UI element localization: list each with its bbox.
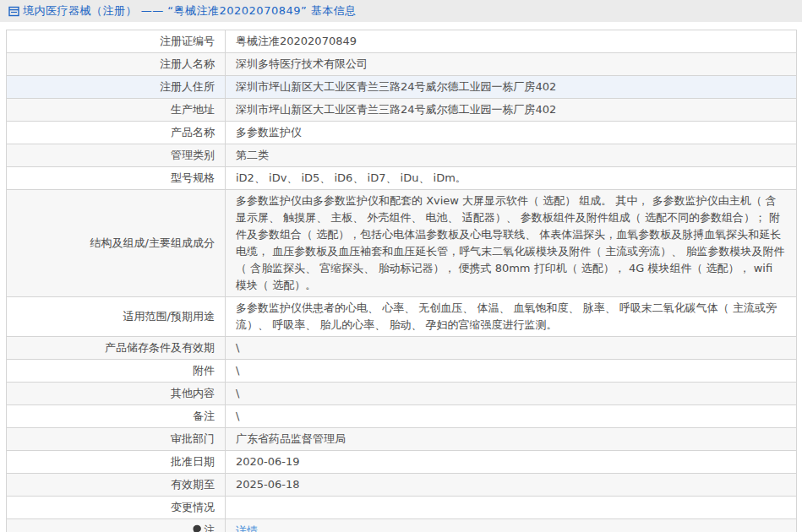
row-label: 变更情况 <box>7 497 226 519</box>
row-value-text: 第二类 <box>236 149 269 161</box>
table-row: 变更情况 <box>7 497 797 519</box>
row-label-text: 型号规格 <box>171 171 215 184</box>
row-label: 注 <box>7 519 226 532</box>
row-label: 有效期至 <box>7 474 226 497</box>
row-value: 深圳市坪山新区大工业区青兰三路24号威尔德工业园一栋厂房402 <box>226 99 797 122</box>
row-label: 审批部门 <box>7 428 226 451</box>
row-value-text: 广东省药品监督管理局 <box>236 432 346 445</box>
row-value: 深圳市坪山新区大工业区青兰三路24号威尔德工业园一栋厂房402 <box>226 76 797 99</box>
row-value-text: 2025-06-18 <box>236 478 300 491</box>
row-label: 注册人名称 <box>7 53 226 76</box>
row-value-text: \ <box>236 341 239 354</box>
row-label: 其他内容 <box>7 383 226 405</box>
detail-link[interactable]: 详情 <box>236 524 258 532</box>
row-label-text: 注 <box>204 524 215 532</box>
row-label-text: 附件 <box>193 364 215 377</box>
row-label: 注册证编号 <box>7 30 226 53</box>
row-label: 注册人住所 <box>7 76 226 99</box>
table-row: 备注 \ <box>7 405 797 428</box>
row-value-text: \ <box>236 387 239 399</box>
table-row: 型号规格 iD2、 iDv、 iD5、 iD6、 iD7、 iDu、 iDm。 <box>7 167 797 190</box>
row-value: 多参数监护仪供患者的心电、 心率、 无创血压、 体温、 血氧饱和度、 脉率、 呼… <box>226 297 797 337</box>
row-value-text: 深圳市坪山新区大工业区青兰三路24号威尔德工业园一栋厂房402 <box>236 80 556 93</box>
row-value: 多参数监护仪 <box>226 122 797 144</box>
row-value: 深圳多特医疗技术有限公司 <box>226 53 797 76</box>
row-value-text: 多参数监护仪 <box>236 126 302 138</box>
row-label: 产品储存条件及有效期 <box>7 337 226 360</box>
row-value: \ <box>226 360 797 383</box>
row-value-text: 2020-06-19 <box>236 455 300 468</box>
row-label-text: 有效期至 <box>171 478 215 491</box>
row-value-text: 多参数监护仪供患者的心电、 心率、 无创血压、 体温、 血氧饱和度、 脉率、 呼… <box>236 301 777 331</box>
row-label-text: 注册人住所 <box>160 80 215 93</box>
row-label-text: 生产地址 <box>171 103 215 116</box>
row-value-text: iD2、 iDv、 iD5、 iD6、 iD7、 iDu、 iDm。 <box>236 171 466 184</box>
row-value: 2025-06-18 <box>226 474 797 497</box>
row-label-text: 注册人名称 <box>160 57 215 70</box>
table-row: 生产地址 深圳市坪山新区大工业区青兰三路24号威尔德工业园一栋厂房402 <box>7 99 797 122</box>
table-row: 管理类别 第二类 <box>7 144 797 167</box>
row-label-text: 管理类别 <box>171 149 215 161</box>
row-label-text: 结构及组成/主要组成成分 <box>90 236 215 249</box>
row-value: \ <box>226 383 797 405</box>
row-value: 广东省药品监督管理局 <box>226 428 797 451</box>
row-label: 备注 <box>7 405 226 428</box>
row-label: 批准日期 <box>7 451 226 474</box>
row-label: 生产地址 <box>7 99 226 122</box>
info-table-body: 注册证编号 粤械注准20202070849 注册人名称 深圳多特医疗技术有限公司… <box>7 30 797 532</box>
row-label-text: 批准日期 <box>171 455 215 468</box>
row-value: 第二类 <box>226 144 797 167</box>
row-value-text: 深圳多特医疗技术有限公司 <box>236 57 368 70</box>
row-label-text: 备注 <box>193 410 215 422</box>
table-row: 注册证编号 粤械注准20202070849 <box>7 30 797 53</box>
row-value-text: 粤械注准20202070849 <box>236 35 357 47</box>
table-row: 结构及组成/主要组成成分 多参数监护仪由多参数监护仪和配套的 Xview 大屏显… <box>7 190 797 297</box>
row-label-text: 审批部门 <box>171 432 215 445</box>
row-value: \ <box>226 405 797 428</box>
table-row: 适用范围/预期用途 多参数监护仪供患者的心电、 心率、 无创血压、 体温、 血氧… <box>7 297 797 337</box>
row-value: 多参数监护仪由多参数监护仪和配套的 Xview 大屏显示软件（ 选配） 组成。 … <box>226 190 797 297</box>
table-row: 产品储存条件及有效期 \ <box>7 337 797 360</box>
row-value-text: 多参数监护仪由多参数监护仪和配套的 Xview 大屏显示软件（ 选配） 组成。 … <box>236 194 784 291</box>
row-label: 产品名称 <box>7 122 226 144</box>
row-label-text: 适用范围/预期用途 <box>123 310 215 323</box>
row-label: 型号规格 <box>7 167 226 190</box>
table-row: 注 详情 <box>7 519 797 532</box>
row-label: 结构及组成/主要组成成分 <box>7 190 226 297</box>
row-value <box>226 497 797 519</box>
table-row: 审批部门 广东省药品监督管理局 <box>7 428 797 451</box>
table-row: 注册人住所 深圳市坪山新区大工业区青兰三路24号威尔德工业园一栋厂房402 <box>7 76 797 99</box>
page-header: 境内医疗器械（注册） —— “粤械注准20202070849” 基本信息 <box>0 0 802 22</box>
table-row: 其他内容 \ <box>7 383 797 405</box>
row-label-text: 注册证编号 <box>160 35 215 47</box>
info-table: 注册证编号 粤械注准20202070849 注册人名称 深圳多特医疗技术有限公司… <box>6 30 797 532</box>
row-label: 适用范围/预期用途 <box>7 297 226 337</box>
table-row: 注册人名称 深圳多特医疗技术有限公司 <box>7 53 797 76</box>
row-label: 管理类别 <box>7 144 226 167</box>
row-value: \ <box>226 337 797 360</box>
row-value: 2020-06-19 <box>226 451 797 474</box>
row-value: 详情 <box>226 519 797 532</box>
row-value: 粤械注准20202070849 <box>226 30 797 53</box>
table-row: 有效期至 2025-06-18 <box>7 474 797 497</box>
row-label: 附件 <box>7 360 226 383</box>
row-label-text: 产品储存条件及有效期 <box>105 341 215 354</box>
row-value-text: 深圳市坪山新区大工业区青兰三路24号威尔德工业园一栋厂房402 <box>236 103 556 116</box>
page-title: 境内医疗器械（注册） —— “粤械注准20202070849” 基本信息 <box>23 3 357 19</box>
table-row: 产品名称 多参数监护仪 <box>7 122 797 144</box>
table-row: 附件 \ <box>7 360 797 383</box>
row-value: iD2、 iDv、 iD5、 iD6、 iD7、 iDu、 iDm。 <box>226 167 797 190</box>
note-balloon-icon <box>192 523 202 532</box>
row-label-text: 变更情况 <box>171 501 215 513</box>
row-label-text: 其他内容 <box>171 387 215 399</box>
row-value-text: \ <box>236 410 239 422</box>
row-value-text: \ <box>236 364 239 377</box>
table-row: 批准日期 2020-06-19 <box>7 451 797 474</box>
row-label-text: 产品名称 <box>171 126 215 138</box>
document-icon <box>8 6 19 17</box>
